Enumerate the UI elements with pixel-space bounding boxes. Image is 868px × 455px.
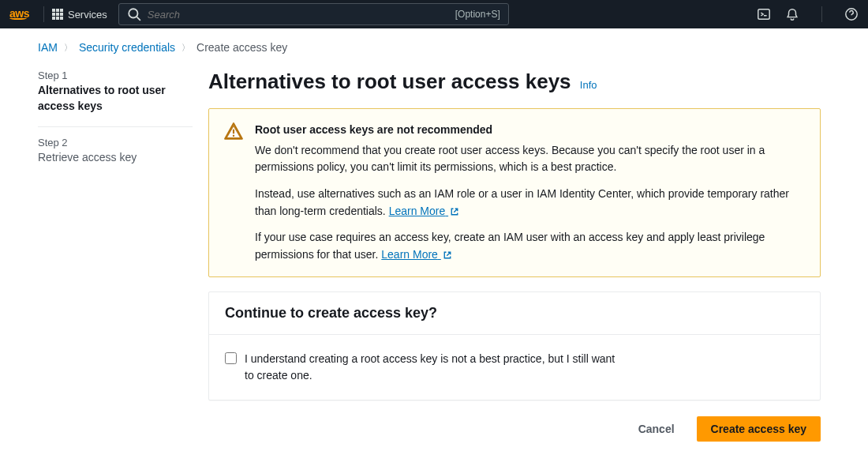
warning-alert: Root user access keys are not recommende… xyxy=(208,108,821,277)
cloudshell-icon[interactable] xyxy=(757,7,771,21)
alert-para-2: Instead, use alternatives such as an IAM… xyxy=(255,186,806,220)
chevron-right-icon: 〉 xyxy=(64,42,73,54)
svg-line-1 xyxy=(137,17,140,21)
main-content: Alternatives to root user access keys In… xyxy=(208,70,868,442)
wizard-steps: Step 1 Alternatives to root user access … xyxy=(38,70,208,442)
global-search[interactable]: [Option+S] xyxy=(118,3,509,25)
svg-point-0 xyxy=(129,9,137,17)
services-menu[interactable]: Services xyxy=(52,9,107,21)
breadcrumb-security-credentials[interactable]: Security credentials xyxy=(79,41,175,54)
svg-rect-4 xyxy=(233,130,234,133)
step-label: Step 1 xyxy=(38,70,193,81)
acknowledge-checkbox[interactable] xyxy=(225,352,237,364)
alert-text: Instead, use alternatives such as an IAM… xyxy=(255,187,789,217)
create-access-key-button[interactable]: Create access key xyxy=(697,416,821,442)
svg-rect-5 xyxy=(233,135,234,137)
external-link-icon xyxy=(450,207,459,216)
learn-more-link[interactable]: Learn More xyxy=(381,248,451,261)
breadcrumb-current: Create access key xyxy=(196,41,287,54)
confirm-panel: Continue to create access key? I underst… xyxy=(208,291,821,400)
divider xyxy=(38,126,193,127)
divider xyxy=(821,6,822,22)
services-label: Services xyxy=(68,9,107,21)
breadcrumb: IAM 〉 Security credentials 〉 Create acce… xyxy=(0,28,868,54)
notifications-icon[interactable] xyxy=(785,7,799,21)
panel-heading: Continue to create access key? xyxy=(209,292,820,335)
alert-body: Root user access keys are not recommende… xyxy=(255,122,806,264)
page-title-text: Alternatives to root user access keys xyxy=(208,70,571,93)
divider xyxy=(43,6,44,22)
breadcrumb-iam[interactable]: IAM xyxy=(38,41,58,54)
info-link[interactable]: Info xyxy=(580,79,597,91)
step-label: Step 2 xyxy=(38,137,193,149)
alert-para-3: If your use case requires an access key,… xyxy=(255,229,806,263)
grid-icon xyxy=(52,9,63,20)
alert-heading: Root user access keys are not recommende… xyxy=(255,122,806,139)
alert-para-1: We don't recommend that you create root … xyxy=(255,142,806,176)
page-title: Alternatives to root user access keys In… xyxy=(208,70,821,94)
top-nav-bar: aws Services [Option+S] xyxy=(0,0,868,28)
external-link-icon xyxy=(443,250,452,260)
step-title: Retrieve access key xyxy=(38,150,193,166)
warning-icon xyxy=(223,122,244,264)
search-input[interactable] xyxy=(148,9,432,21)
wizard-step-2: Step 2 Retrieve access key xyxy=(38,137,193,166)
chevron-right-icon: 〉 xyxy=(181,42,190,54)
alert-text: If your use case requires an access key,… xyxy=(255,231,765,261)
aws-logo[interactable]: aws xyxy=(9,9,36,20)
acknowledge-label[interactable]: I understand creating a root access key … xyxy=(245,351,615,384)
wizard-step-1[interactable]: Step 1 Alternatives to root user access … xyxy=(38,70,193,114)
search-icon xyxy=(127,7,141,21)
learn-more-link[interactable]: Learn More xyxy=(389,205,459,217)
cancel-button[interactable]: Cancel xyxy=(624,416,689,442)
action-bar: Cancel Create access key xyxy=(208,416,821,442)
search-shortcut-hint: [Option+S] xyxy=(455,9,500,20)
help-icon[interactable] xyxy=(844,7,859,21)
step-title: Alternatives to root user access keys xyxy=(38,83,193,114)
